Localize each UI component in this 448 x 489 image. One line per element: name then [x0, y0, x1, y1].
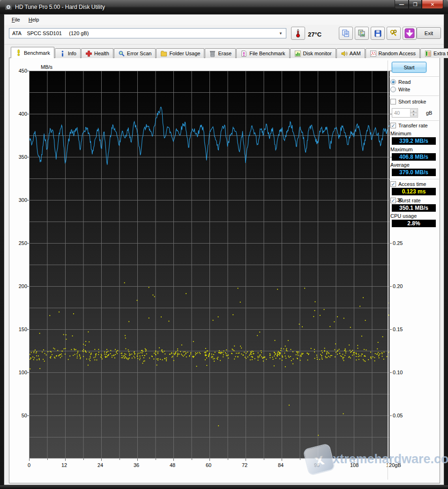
benchmark-chart [29, 71, 390, 459]
copy-image-icon [358, 29, 366, 37]
tab-random-access[interactable]: Random Access [366, 48, 420, 58]
copy-image-button[interactable] [355, 27, 369, 40]
titlebar: HD Tune Pro 5.00 - Hard Disk Utility — ❐… [0, 0, 448, 14]
short-stroke-checkbox[interactable]: Short stroke [390, 99, 426, 104]
tab-label: Benchmark [24, 50, 50, 56]
axis-tick [27, 157, 29, 157]
access-time-value: 0.123 ms [392, 188, 436, 195]
axis-tick [47, 459, 48, 460]
minimize-button[interactable]: — [395, 0, 409, 9]
write-label: Write [398, 87, 410, 92]
checkbox-unchecked-icon [390, 99, 396, 104]
x-tick-label: 60 [206, 462, 211, 468]
axis-tick [228, 459, 228, 460]
drive-selector[interactable]: ATA SPCC SSD101 (120 gB) ▼ [9, 28, 286, 38]
start-button[interactable]: Start [392, 62, 426, 73]
axis-tick [390, 286, 392, 287]
axis-tick [264, 459, 264, 460]
window-title: HD Tune Pro 5.00 - Hard Disk Utility [15, 4, 105, 10]
axis-tick [101, 459, 102, 461]
read-radio[interactable]: Read [390, 79, 411, 85]
transfer-rate-label: Transfer rate [398, 123, 428, 128]
x-tick-label: 0 [28, 462, 30, 468]
axis-tick [119, 459, 120, 460]
tab-disk-monitor[interactable]: Disk monitor [290, 48, 336, 58]
erase-icon [209, 50, 216, 57]
options-button[interactable] [387, 27, 401, 40]
watermark-logo-glyph: x [313, 450, 326, 469]
tab-label: Disk monitor [303, 51, 332, 56]
menu-file[interactable]: File [8, 15, 24, 24]
separator [389, 96, 439, 96]
update-button[interactable] [403, 27, 417, 40]
read-label: Read [398, 79, 411, 85]
extra-tests-icon [425, 50, 432, 57]
average-value: 379.0 MB/s [392, 169, 436, 176]
axis-tick [27, 243, 29, 244]
tab-info[interactable]: Info [55, 48, 81, 58]
y-left-tick-label: 150 [16, 326, 27, 332]
y-right-tick-label: 0.10 [393, 370, 403, 375]
tab-erase[interactable]: Erase [205, 48, 236, 58]
spinner-buttons[interactable]: ▲▼ [410, 109, 417, 117]
axis-tick [209, 459, 210, 461]
axis-tick [29, 459, 30, 461]
y-left-tick-label: 300 [16, 197, 27, 203]
access-time-checkbox[interactable]: ✓ Access time [390, 181, 426, 187]
tab-aam[interactable]: AAM [336, 48, 365, 58]
tab-file-benchmark[interactable]: File Benchmark [236, 48, 289, 58]
checkbox-checked-icon: ✓ [390, 198, 396, 203]
panel-divider [388, 60, 388, 480]
checkbox-checked-icon: ✓ [390, 181, 396, 187]
short-stroke-size-input[interactable]: 40 ▲▼ [392, 108, 418, 118]
cpu-usage-label: CPU usage [390, 213, 417, 219]
tab-benchmark[interactable]: Benchmark [11, 47, 54, 58]
info-icon [59, 50, 66, 57]
axis-tick [173, 459, 174, 461]
menu-help[interactable]: Help [25, 15, 43, 24]
axis-tick [27, 329, 29, 330]
tab-extra-tests[interactable]: Extra tests [420, 48, 448, 58]
tab-folder-usage[interactable]: Folder Usage [156, 48, 204, 58]
exit-button[interactable]: Exit [417, 27, 441, 39]
burst-rate-value-text: 350.1 MB/s [399, 205, 428, 211]
axis-tick [65, 459, 66, 461]
write-radio[interactable]: Write [390, 87, 410, 92]
thermometer-icon [295, 29, 301, 38]
checkbox-checked-icon: ✓ [390, 123, 396, 128]
exit-label: Exit [425, 30, 433, 36]
access-time-label: Access time [398, 181, 426, 187]
axis-tick [137, 459, 138, 461]
separator [389, 120, 439, 121]
download-arrow-icon [404, 28, 415, 38]
axis-tick [282, 459, 282, 461]
watermark-text: xtremehardware.com [333, 452, 448, 467]
temperature-button[interactable] [291, 27, 305, 40]
axis-tick [246, 459, 246, 461]
transfer-rate-checkbox[interactable]: ✓ Transfer rate [390, 123, 428, 128]
copy-text-button[interactable] [339, 27, 353, 40]
axis-tick [300, 459, 300, 460]
access-time-value-text: 0.123 ms [402, 188, 426, 195]
x-tick-label: 24 [97, 462, 103, 468]
axis-tick [390, 243, 392, 244]
tab-health[interactable]: Health [81, 48, 113, 58]
average-value-text: 379.0 MB/s [399, 169, 428, 176]
axis-tick [27, 71, 29, 71]
tab-error-scan[interactable]: Error Scan [114, 48, 156, 58]
close-button[interactable]: ✕ [422, 0, 443, 9]
y-left-tick-label: 400 [16, 111, 27, 117]
axis-tick [390, 329, 392, 330]
separator [389, 76, 439, 77]
tab-label: Random Access [379, 51, 416, 56]
x-tick-label: 36 [134, 462, 139, 468]
maximize-button[interactable]: ❐ [409, 0, 422, 9]
tab-label: Erase [218, 51, 231, 56]
y-right-tick-label: 0.05 [393, 413, 403, 418]
save-button[interactable] [371, 27, 385, 40]
app-window: HD Tune Pro 5.00 - Hard Disk Utility — ❐… [0, 0, 448, 489]
chevron-down-icon: ▼ [277, 30, 284, 37]
burst-rate-checkbox[interactable]: ✓ Burst rate [390, 198, 421, 203]
folder-usage-icon [160, 50, 167, 57]
axis-tick [156, 459, 156, 460]
